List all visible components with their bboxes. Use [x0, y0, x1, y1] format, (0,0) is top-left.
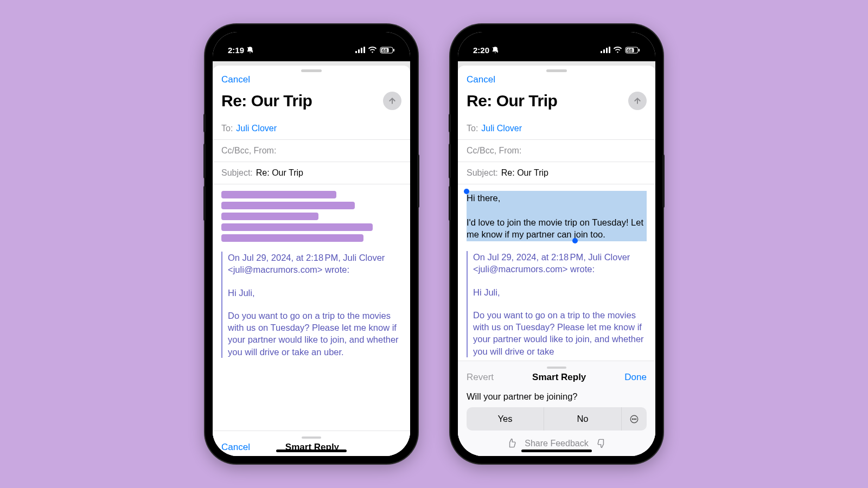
phone-right: 2:20 68 Cancel Re: Our Trip — [450, 24, 663, 464]
svg-rect-13 — [609, 47, 610, 53]
subject-label: Subject: — [221, 168, 253, 178]
smart-reply-panel: Will your partner be joining? Yes No Sha… — [458, 386, 655, 456]
subject-field[interactable]: Subject: Re: Our Trip — [213, 162, 410, 184]
thumbs-up-icon[interactable] — [507, 438, 517, 448]
draft-body: I'd love to join the movie trip on Tuesd… — [467, 217, 643, 239]
quoted-body: Do you want to go on a trip to the movie… — [228, 310, 401, 358]
thumbs-down-icon[interactable] — [596, 438, 607, 448]
to-field[interactable]: To: Juli Clover — [458, 118, 655, 140]
quoted-body: Do you want to go on a trip to the movie… — [473, 309, 647, 357]
svg-rect-7 — [393, 49, 394, 52]
smart-reply-question: Will your partner be joining? — [467, 391, 647, 402]
ellipsis-icon — [629, 414, 639, 424]
to-label: To: — [221, 124, 233, 133]
battery-icon: 68 — [625, 47, 640, 54]
quoted-greeting: Hi Juli, — [228, 287, 401, 299]
to-value: Juli Clover — [236, 124, 277, 133]
status-time: 2:20 — [473, 46, 489, 55]
toolbar-title: Smart Reply — [532, 372, 586, 383]
toolbar-grabber[interactable] — [302, 436, 321, 439]
smart-reply-toolbar: Revert Smart Reply Done — [458, 361, 655, 386]
arrow-up-icon — [388, 97, 397, 105]
svg-point-20 — [634, 419, 635, 420]
compose-body[interactable]: Hi there, I'd love to join the movie tri… — [458, 184, 655, 361]
wifi-icon — [613, 47, 622, 53]
cancel-button[interactable]: Cancel — [467, 74, 495, 85]
compose-title: Re: Our Trip — [467, 92, 557, 110]
option-yes-button[interactable]: Yes — [467, 407, 544, 431]
compose-body[interactable]: On Jul 29, 2024, at 2:18 PM, Juli Clover… — [213, 184, 410, 431]
send-button[interactable] — [628, 92, 647, 110]
cellular-icon — [355, 47, 365, 53]
dnd-icon — [492, 46, 499, 54]
ccbcc-field[interactable]: Cc/Bcc, From: — [213, 140, 410, 162]
toolbar-grabber[interactable] — [547, 367, 566, 369]
arrow-up-icon — [633, 97, 642, 105]
toolbar-cancel-button[interactable]: Cancel — [221, 442, 250, 453]
ccbcc-field[interactable]: Cc/Bcc, From: — [458, 140, 655, 162]
subject-value: Re: Our Trip — [256, 168, 303, 178]
cellular-icon — [601, 47, 610, 53]
sheet-grabber[interactable] — [301, 69, 322, 72]
svg-text:68: 68 — [382, 48, 387, 53]
battery-icon: 68 — [380, 47, 395, 54]
sheet-grabber[interactable] — [546, 69, 567, 72]
svg-rect-10 — [601, 51, 602, 53]
share-feedback-button[interactable]: Share Feedback — [525, 439, 588, 448]
dynamic-island — [278, 38, 344, 57]
phone-left: 2:19 68 Cancel Re: Our Trip — [205, 24, 418, 464]
home-indicator[interactable] — [276, 450, 347, 452]
svg-rect-1 — [355, 51, 357, 53]
smart-reply-loading — [221, 191, 401, 242]
wifi-icon — [368, 47, 377, 53]
selection-handle-end[interactable] — [572, 238, 578, 243]
option-no-button[interactable]: No — [544, 407, 622, 431]
done-button[interactable]: Done — [624, 372, 647, 383]
to-field[interactable]: To: Juli Clover — [213, 118, 410, 140]
subject-value: Re: Our Trip — [501, 168, 548, 178]
svg-point-21 — [635, 419, 636, 420]
svg-rect-12 — [606, 48, 608, 53]
draft-greeting: Hi there, — [467, 193, 500, 203]
quoted-header: On Jul 29, 2024, at 2:18 PM, Juli Clover… — [228, 252, 401, 276]
quoted-header: On Jul 29, 2024, at 2:18 PM, Juli Clover… — [473, 251, 647, 275]
quoted-greeting: Hi Juli, — [473, 286, 647, 298]
more-options-button[interactable] — [622, 407, 647, 431]
svg-rect-11 — [603, 49, 605, 53]
revert-button[interactable]: Revert — [467, 372, 494, 383]
svg-rect-3 — [361, 48, 362, 53]
compose-title: Re: Our Trip — [221, 92, 312, 110]
selected-draft-text[interactable]: Hi there, I'd love to join the movie tri… — [467, 191, 647, 241]
ccbcc-label: Cc/Bcc, From: — [467, 146, 521, 156]
dnd-icon — [246, 46, 254, 54]
to-label: To: — [467, 124, 478, 133]
quoted-message: On Jul 29, 2024, at 2:18 PM, Juli Clover… — [467, 251, 647, 357]
send-button[interactable] — [383, 92, 401, 110]
status-time: 2:19 — [228, 46, 244, 55]
cancel-button[interactable]: Cancel — [221, 74, 250, 85]
home-indicator[interactable] — [521, 450, 592, 452]
svg-text:68: 68 — [627, 48, 633, 53]
ccbcc-label: Cc/Bcc, From: — [221, 146, 276, 156]
to-value: Juli Clover — [481, 124, 522, 133]
selection-handle-start[interactable] — [464, 189, 469, 194]
quoted-message: On Jul 29, 2024, at 2:18 PM, Juli Clover… — [221, 252, 401, 358]
dynamic-island — [524, 38, 590, 57]
subject-label: Subject: — [467, 168, 498, 178]
svg-rect-4 — [363, 47, 365, 53]
subject-field[interactable]: Subject: Re: Our Trip — [458, 162, 655, 184]
svg-point-19 — [632, 419, 633, 420]
svg-rect-2 — [358, 49, 360, 53]
svg-rect-16 — [639, 49, 640, 52]
